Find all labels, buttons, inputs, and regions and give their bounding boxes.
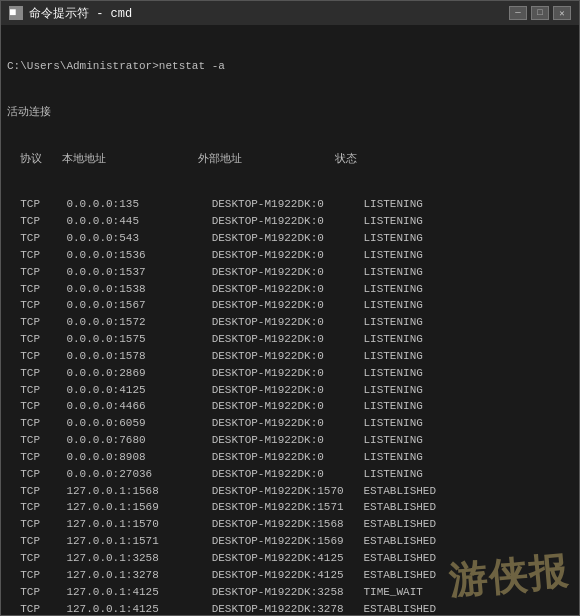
terminal-output: C:\Users\Administrator>netstat -a 活动连接 协… [7, 29, 573, 615]
section-title: 活动连接 [7, 105, 573, 120]
table-row: TCP 0.0.0.0:135 DESKTOP-M1922DK:0 LISTEN… [7, 197, 573, 212]
window-title: 命令提示符 - cmd [29, 5, 132, 22]
table-row: TCP 0.0.0.0:445 DESKTOP-M1922DK:0 LISTEN… [7, 214, 573, 229]
table-row: TCP 0.0.0.0:1538 DESKTOP-M1922DK:0 LISTE… [7, 282, 573, 297]
title-bar-buttons: ─ □ ✕ [509, 6, 571, 20]
table-row: TCP 127.0.0.1:3258 DESKTOP-M1922DK:4125 … [7, 551, 573, 566]
table-row: TCP 127.0.0.1:3278 DESKTOP-M1922DK:4125 … [7, 568, 573, 583]
close-button[interactable]: ✕ [553, 6, 571, 20]
netstat-rows: TCP 0.0.0.0:135 DESKTOP-M1922DK:0 LISTEN… [7, 197, 573, 615]
table-row: TCP 0.0.0.0:8908 DESKTOP-M1922DK:0 LISTE… [7, 450, 573, 465]
table-row: TCP 0.0.0.0:1572 DESKTOP-M1922DK:0 LISTE… [7, 315, 573, 330]
maximize-button[interactable]: □ [531, 6, 549, 20]
table-row: TCP 127.0.0.1:1571 DESKTOP-M1922DK:1569 … [7, 534, 573, 549]
table-row: TCP 0.0.0.0:6059 DESKTOP-M1922DK:0 LISTE… [7, 416, 573, 431]
table-row: TCP 127.0.0.1:4125 DESKTOP-M1922DK:3258 … [7, 585, 573, 600]
table-row: TCP 127.0.0.1:1569 DESKTOP-M1922DK:1571 … [7, 500, 573, 515]
table-row: TCP 0.0.0.0:7680 DESKTOP-M1922DK:0 LISTE… [7, 433, 573, 448]
cmd-icon: ■ [9, 6, 23, 20]
table-row: TCP 0.0.0.0:1578 DESKTOP-M1922DK:0 LISTE… [7, 349, 573, 364]
table-row: TCP 127.0.0.1:4125 DESKTOP-M1922DK:3278 … [7, 602, 573, 615]
title-bar-left: ■ 命令提示符 - cmd [9, 5, 132, 22]
title-bar: ■ 命令提示符 - cmd ─ □ ✕ [1, 1, 579, 25]
table-row: TCP 0.0.0.0:27036 DESKTOP-M1922DK:0 LIST… [7, 467, 573, 482]
table-row: TCP 127.0.0.1:1570 DESKTOP-M1922DK:1568 … [7, 517, 573, 532]
table-row: TCP 0.0.0.0:1575 DESKTOP-M1922DK:0 LISTE… [7, 332, 573, 347]
table-row: TCP 0.0.0.0:4125 DESKTOP-M1922DK:0 LISTE… [7, 383, 573, 398]
table-row: TCP 0.0.0.0:1536 DESKTOP-M1922DK:0 LISTE… [7, 248, 573, 263]
table-row: TCP 0.0.0.0:1567 DESKTOP-M1922DK:0 LISTE… [7, 298, 573, 313]
table-row: TCP 0.0.0.0:4466 DESKTOP-M1922DK:0 LISTE… [7, 399, 573, 414]
table-row: TCP 0.0.0.0:2869 DESKTOP-M1922DK:0 LISTE… [7, 366, 573, 381]
minimize-button[interactable]: ─ [509, 6, 527, 20]
cmd-window: ■ 命令提示符 - cmd ─ □ ✕ C:\Users\Administrat… [0, 0, 580, 616]
table-row: TCP 127.0.0.1:1568 DESKTOP-M1922DK:1570 … [7, 484, 573, 499]
column-header: 协议 本地地址 外部地址 状态 [7, 152, 573, 167]
cmd-path-line: C:\Users\Administrator>netstat -a [7, 59, 573, 74]
table-row: TCP 0.0.0.0:543 DESKTOP-M1922DK:0 LISTEN… [7, 231, 573, 246]
terminal-content: C:\Users\Administrator>netstat -a 活动连接 协… [1, 25, 579, 615]
table-row: TCP 0.0.0.0:1537 DESKTOP-M1922DK:0 LISTE… [7, 265, 573, 280]
